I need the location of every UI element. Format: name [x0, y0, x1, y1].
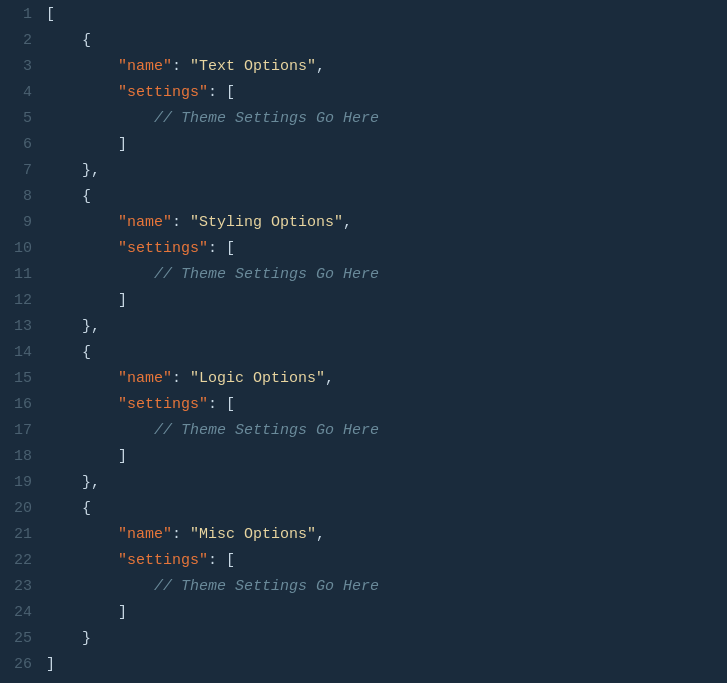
- line-numbers: 1234567891011121314151617181920212223242…: [0, 0, 42, 683]
- code-line: {: [46, 496, 727, 522]
- line-number: 5: [23, 106, 32, 132]
- code-line: ]: [46, 288, 727, 314]
- line-number: 7: [23, 158, 32, 184]
- code-line: {: [46, 28, 727, 54]
- line-number: 18: [14, 444, 32, 470]
- code-line: "settings": [: [46, 236, 727, 262]
- code-line: ]: [46, 652, 727, 678]
- code-line: },: [46, 158, 727, 184]
- line-number: 6: [23, 132, 32, 158]
- line-number: 11: [14, 262, 32, 288]
- line-number: 10: [14, 236, 32, 262]
- code-line: ]: [46, 600, 727, 626]
- line-number: 9: [23, 210, 32, 236]
- code-line: {: [46, 340, 727, 366]
- code-line: "settings": [: [46, 80, 727, 106]
- line-number: 8: [23, 184, 32, 210]
- line-number: 12: [14, 288, 32, 314]
- code-line: "name": "Text Options",: [46, 54, 727, 80]
- line-number: 20: [14, 496, 32, 522]
- line-number: 25: [14, 626, 32, 652]
- code-editor: 1234567891011121314151617181920212223242…: [0, 0, 727, 683]
- line-number: 14: [14, 340, 32, 366]
- code-line: // Theme Settings Go Here: [46, 262, 727, 288]
- code-line: "settings": [: [46, 392, 727, 418]
- code-line: // Theme Settings Go Here: [46, 418, 727, 444]
- line-number: 13: [14, 314, 32, 340]
- code-line: // Theme Settings Go Here: [46, 106, 727, 132]
- code-line: },: [46, 470, 727, 496]
- code-line: ]: [46, 444, 727, 470]
- line-number: 19: [14, 470, 32, 496]
- code-line: {: [46, 184, 727, 210]
- code-line: [: [46, 2, 727, 28]
- line-number: 26: [14, 652, 32, 678]
- line-number: 21: [14, 522, 32, 548]
- line-number: 24: [14, 600, 32, 626]
- line-number: 17: [14, 418, 32, 444]
- line-number: 2: [23, 28, 32, 54]
- code-line: ]: [46, 132, 727, 158]
- code-content: [ { "name": "Text Options", "settings": …: [42, 0, 727, 683]
- code-line: }: [46, 626, 727, 652]
- line-number: 15: [14, 366, 32, 392]
- code-line: "settings": [: [46, 548, 727, 574]
- line-number: 3: [23, 54, 32, 80]
- code-line: },: [46, 314, 727, 340]
- line-number: 23: [14, 574, 32, 600]
- line-number: 16: [14, 392, 32, 418]
- line-number: 4: [23, 80, 32, 106]
- code-line: "name": "Logic Options",: [46, 366, 727, 392]
- code-line: "name": "Styling Options",: [46, 210, 727, 236]
- line-number: 22: [14, 548, 32, 574]
- code-line: // Theme Settings Go Here: [46, 574, 727, 600]
- code-line: "name": "Misc Options",: [46, 522, 727, 548]
- line-number: 1: [23, 2, 32, 28]
